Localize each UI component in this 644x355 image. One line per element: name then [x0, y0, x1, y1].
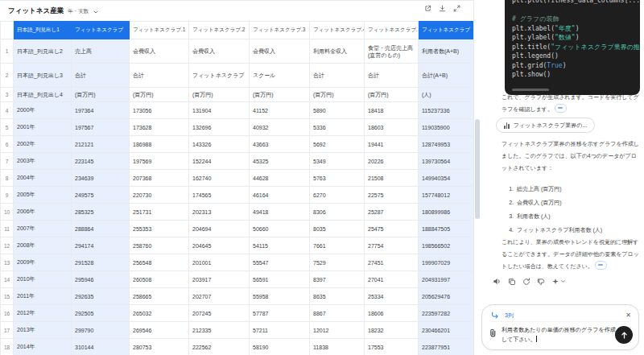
table-cell[interactable]: 230466201: [419, 322, 474, 339]
table-cell[interactable]: 180899986: [419, 204, 474, 221]
table-cell[interactable]: 18606: [365, 305, 419, 322]
table-cell[interactable]: 212121: [72, 136, 130, 153]
row-number[interactable]: 13: [1, 254, 14, 271]
table-cell[interactable]: 294174: [72, 237, 130, 254]
table-cell[interactable]: 204931997: [419, 271, 474, 288]
table-cell[interactable]: 223597282: [419, 305, 474, 322]
table-cell[interactable]: 58190: [250, 339, 310, 355]
table-cell[interactable]: 8397: [310, 271, 365, 288]
table-cell[interactable]: 256548: [130, 254, 189, 271]
table-cell[interactable]: 285325: [72, 204, 130, 221]
table-cell[interactable]: 223877951: [419, 339, 474, 355]
table-cell[interactable]: 174565: [189, 187, 250, 204]
row-number[interactable]: 12: [1, 237, 14, 254]
table-cell[interactable]: 27451: [365, 254, 419, 271]
table-cell[interactable]: 日本語_列見出し2: [14, 39, 72, 64]
table-cell[interactable]: 45325: [250, 153, 310, 170]
table-cell[interactable]: 50660: [250, 221, 310, 237]
column-header[interactable]: フィットネスクラブ.5: [365, 22, 419, 39]
table-cell[interactable]: 288864: [72, 221, 130, 237]
volume-icon[interactable]: [493, 277, 502, 286]
table-cell[interactable]: 205629476: [419, 288, 474, 305]
table-cell[interactable]: 2005年: [14, 187, 72, 204]
table-cell[interactable]: 2000年: [14, 102, 72, 119]
table-cell[interactable]: 186988: [130, 136, 189, 153]
table-cell[interactable]: 5763: [310, 170, 365, 187]
table-cell[interactable]: 162740: [189, 170, 250, 187]
table-cell[interactable]: 2010年: [14, 271, 72, 288]
attach-icon[interactable]: [489, 327, 497, 341]
table-cell[interactable]: 260508: [130, 271, 189, 288]
table-cell[interactable]: 5336: [310, 119, 365, 136]
row-number[interactable]: 16: [1, 305, 14, 322]
table-cell[interactable]: 220730: [130, 187, 189, 204]
row-number[interactable]: 11: [1, 221, 14, 237]
table-cell[interactable]: 249575: [72, 187, 130, 204]
table-cell[interactable]: 利用者数(A+B): [419, 39, 474, 64]
table-cell[interactable]: 18232: [365, 322, 419, 339]
table-cell[interactable]: 18418: [365, 102, 419, 119]
column-header[interactable]: フィットネスクラブ.3: [250, 22, 310, 39]
table-cell[interactable]: 258760: [130, 237, 189, 254]
table-cell[interactable]: 310144: [72, 339, 130, 355]
table-cell[interactable]: 207245: [189, 305, 250, 322]
table-cell[interactable]: 27041: [365, 271, 419, 288]
table-cell[interactable]: 会費収入: [130, 39, 189, 64]
table-cell[interactable]: 2002年: [14, 136, 72, 153]
table-cell[interactable]: 280753: [130, 339, 189, 355]
table-cell[interactable]: 8306: [310, 204, 365, 221]
regenerate-icon[interactable]: [522, 278, 530, 286]
table-cell[interactable]: 197567: [72, 119, 130, 136]
table-cell[interactable]: 212335: [189, 322, 250, 339]
table-cell[interactable]: 234639: [72, 170, 130, 187]
table-cell[interactable]: 292635: [72, 288, 130, 305]
table-cell[interactable]: 203917: [189, 271, 250, 288]
table-cell[interactable]: 2007年: [14, 221, 72, 237]
table-cell[interactable]: 173056: [130, 102, 189, 119]
sparkle-menu-icon[interactable]: [551, 278, 566, 286]
table-cell[interactable]: 2008年: [14, 237, 72, 254]
column-header[interactable]: 日本語_列見出し1: [14, 22, 72, 39]
table-cell[interactable]: 292505: [72, 305, 130, 322]
table-cell[interactable]: 合計: [130, 64, 189, 88]
code-citation-icon[interactable]: [595, 261, 607, 270]
table-cell[interactable]: 199907029: [419, 254, 474, 271]
table-cell[interactable]: 5692: [310, 136, 365, 153]
table-cell[interactable]: 7529: [310, 254, 365, 271]
column-header[interactable]: フィットネスクラブ: [72, 22, 130, 39]
table-cell[interactable]: 204694: [189, 221, 250, 237]
table-cell[interactable]: 合計: [72, 64, 130, 88]
copy-icon[interactable]: [508, 278, 516, 286]
table-cell[interactable]: 202313: [189, 204, 250, 221]
row-number[interactable]: 8: [1, 170, 14, 187]
thumbs-down-icon[interactable]: [537, 278, 545, 286]
table-cell[interactable]: 299790: [72, 322, 130, 339]
row-number[interactable]: 10: [1, 204, 14, 221]
table-cell[interactable]: 57211: [250, 322, 310, 339]
table-cell[interactable]: 8035: [310, 221, 365, 237]
row-number[interactable]: 14: [1, 271, 14, 288]
table-cell[interactable]: 207368: [130, 170, 189, 187]
table-cell[interactable]: 40932: [250, 119, 310, 136]
row-number[interactable]: 2: [1, 64, 14, 88]
table-cell[interactable]: 173628: [130, 119, 189, 136]
table-cell[interactable]: 198566502: [419, 237, 474, 254]
table-cell[interactable]: 2001年: [14, 119, 72, 136]
table-cell[interactable]: 合計: [365, 64, 419, 88]
table-cell[interactable]: 49418: [250, 204, 310, 221]
table-cell[interactable]: 会費収入: [250, 39, 310, 64]
table-cell[interactable]: 19441: [365, 136, 419, 153]
code-citation-icon[interactable]: [555, 104, 567, 113]
chat-input-text[interactable]: 利用者数あたりの単価の推移のグラフを作成して下さい。: [502, 325, 617, 345]
table-cell[interactable]: 55547: [250, 254, 310, 271]
table-cell[interactable]: 43663: [250, 136, 310, 153]
table-cell[interactable]: 8635: [310, 288, 365, 305]
table-cell[interactable]: 2012年: [14, 305, 72, 322]
table-cell[interactable]: 255353: [130, 221, 189, 237]
table-cell[interactable]: 119035900: [419, 119, 474, 136]
table-cell[interactable]: 2003年: [14, 153, 72, 170]
table-cell[interactable]: 143326: [189, 136, 250, 153]
table-cell[interactable]: 131904: [189, 102, 250, 119]
table-cell[interactable]: 2014年: [14, 339, 72, 355]
table-cell[interactable]: 12012: [310, 322, 365, 339]
